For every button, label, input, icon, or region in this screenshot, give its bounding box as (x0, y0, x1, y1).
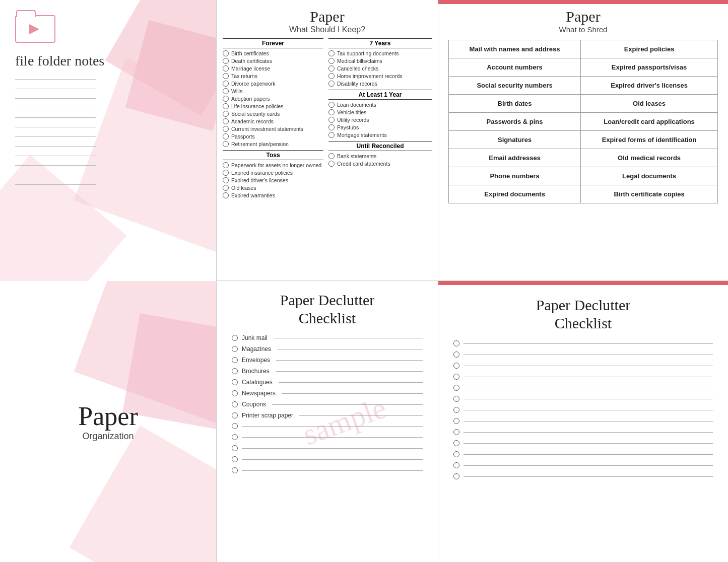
checkbox-icon (328, 65, 335, 72)
list-item: Magazines (232, 345, 423, 353)
blank-item (232, 445, 423, 451)
blank-item (232, 467, 423, 473)
folder-line (15, 175, 96, 175)
checkbox-icon (232, 390, 238, 396)
list-item: Social security cards (223, 111, 323, 117)
blank-item (232, 434, 423, 440)
list-item: Tax returns (223, 73, 323, 79)
checkbox-icon (223, 192, 229, 198)
checkbox-icon (223, 111, 229, 117)
checkbox-icon (232, 368, 238, 374)
checkbox-icon (223, 96, 229, 102)
shred-cell: Old medical records (581, 149, 718, 167)
list-item: Life insurance policies (223, 103, 323, 109)
checkbox-icon (223, 170, 229, 176)
checkbox-icon (223, 133, 229, 139)
checkbox-icon (223, 88, 229, 94)
list-item: Vehicle titles (328, 109, 432, 115)
play-icon (29, 24, 41, 34)
checkbox-icon (223, 185, 229, 191)
list-item: Junk mail (232, 334, 423, 341)
folder-line (15, 79, 96, 80)
checkbox-icon (232, 335, 238, 341)
blank-item (453, 429, 713, 435)
file-folder-panel: file folder notes (0, 0, 217, 281)
checkbox-icon (328, 109, 335, 115)
sample-watermark: sample (298, 391, 390, 453)
folder-line (15, 146, 96, 147)
checkbox-icon (453, 340, 459, 346)
declutter-title: Paper DeclutterChecklist (232, 291, 423, 327)
shred-title: Paper (448, 8, 718, 25)
seven-years-header: 7 Years (328, 38, 432, 48)
shred-cell: Passwords & pins (449, 113, 581, 131)
checkbox-icon (453, 462, 459, 468)
shred-table: Mail with names and address Expired poli… (448, 40, 718, 203)
list-item: Coupons (232, 401, 423, 408)
folder-line (15, 108, 96, 108)
shred-cell: Expired policies (581, 40, 718, 58)
list-item: Cancelled checks (328, 65, 432, 72)
folder-title: file folder notes (15, 53, 201, 69)
folder-line (15, 136, 96, 137)
checkbox-icon (328, 50, 335, 56)
shred-subtitle: What to Shred (448, 25, 718, 34)
checkbox-icon (453, 429, 459, 435)
list-item: Expired warranties (223, 192, 323, 198)
list-item: Printer scrap paper (232, 412, 423, 419)
one-year-header: At Least 1 Year (328, 90, 432, 100)
blank-item (453, 418, 713, 424)
list-item: Current investment statements (223, 126, 323, 132)
list-item: Paperwork for assets no longer owned (223, 162, 323, 168)
list-item: Envelopes (232, 357, 423, 364)
checkbox-icon (223, 162, 229, 168)
pink-accent (438, 0, 728, 4)
blank-item (453, 385, 713, 391)
folder-line (15, 156, 96, 156)
list-item: Loan documents (328, 102, 432, 108)
folder-line (15, 165, 96, 166)
blank-item (453, 440, 713, 446)
shred-cell: Expired documents (449, 185, 581, 203)
shred-cell: Expired driver's licenses (581, 77, 718, 95)
folder-icon (15, 15, 55, 43)
org-pink-deco-3 (70, 426, 217, 562)
table-row: Birth dates Old leases (449, 95, 718, 113)
shred-cell: Signatures (449, 131, 581, 149)
checkbox-icon (223, 58, 229, 64)
blank-item (453, 340, 713, 346)
checkbox-icon (232, 445, 238, 451)
table-row: Mail with names and address Expired poli… (449, 40, 718, 58)
checkbox-icon (453, 473, 459, 479)
checkbox-icon (223, 81, 229, 87)
table-row: Passwords & pins Loan/credit card applic… (449, 113, 718, 131)
declutter-checklist-blank-panel: Paper DeclutterChecklist (438, 281, 728, 562)
shred-cell: Birth certificate copies (581, 185, 718, 203)
checkbox-icon (453, 385, 459, 391)
table-row: Email addresses Old medical records (449, 149, 718, 167)
blank-item (453, 374, 713, 380)
table-row: Social security numbers Expired driver's… (449, 77, 718, 95)
org-title: Paper (78, 401, 138, 431)
list-item: Expired insurance policies (223, 170, 323, 176)
list-item: Divorce paperwork (223, 81, 323, 87)
shred-cell: Email addresses (449, 149, 581, 167)
blank-item (232, 456, 423, 462)
list-item: Expired driver's licenses (223, 177, 323, 183)
paper-keep-panel: Paper What Should I Keep? Forever Birth … (217, 0, 438, 281)
checkbox-icon (328, 132, 335, 138)
checkbox-icon (232, 346, 238, 352)
shred-cell: Expired forms of identification (581, 131, 718, 149)
table-row: Account numbers Expired passports/visas (449, 58, 718, 77)
list-item: Adoption papers (223, 96, 323, 102)
shred-cell: Birth dates (449, 95, 581, 113)
checkbox-icon (453, 396, 459, 402)
checkbox-icon (328, 153, 335, 159)
list-item: Retirement plan/pension (223, 141, 323, 147)
folder-line (15, 127, 96, 127)
list-item: Newspapers (232, 390, 423, 397)
checkbox-icon (223, 126, 229, 132)
list-item: Old leases (223, 185, 323, 191)
checkbox-icon (328, 161, 335, 167)
checkbox-icon (453, 374, 459, 380)
